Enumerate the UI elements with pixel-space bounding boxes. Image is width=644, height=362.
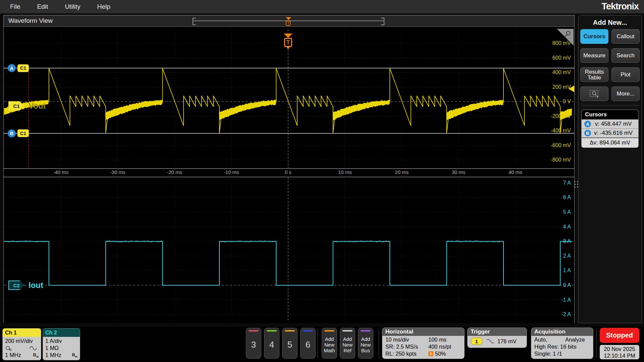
channel2-badge-title[interactable]: Ch 2 <box>43 328 80 337</box>
acquisition-mode: Auto, <box>534 337 565 343</box>
menu-help[interactable]: Help <box>97 3 110 10</box>
horizontal-value: RL: 250 kpts <box>385 351 428 357</box>
callout-button[interactable]: Callout <box>611 29 640 44</box>
channel-number: 3 <box>246 340 261 350</box>
results-table-button[interactable]: Results Table <box>580 67 608 82</box>
channel2-scale: 1 A/div <box>45 338 77 345</box>
channel-number: 6 <box>301 340 315 350</box>
waveform-view-title: Waveform View <box>8 17 53 24</box>
search-button[interactable]: Search <box>611 48 640 63</box>
channel1-flag-label[interactable]: C1 <box>8 101 24 111</box>
footer-divider <box>379 328 379 358</box>
trigger-level-value: 176 mV <box>497 338 517 345</box>
channel-number: 4 <box>264 340 279 350</box>
bandwidth-limit-icon: Bw <box>33 352 39 358</box>
button-color-stripe <box>324 330 334 331</box>
channel-4-button[interactable]: 4 <box>264 328 279 359</box>
record-view-trigger-t-icon[interactable]: T <box>286 21 290 26</box>
panel-splitter-handle[interactable] <box>574 181 578 188</box>
probe-icon <box>5 346 12 351</box>
add-new-math-button[interactable]: AddNewMath <box>322 328 337 359</box>
add-new-title: Add New... <box>578 19 642 26</box>
channel2-flag[interactable]: C2 Iout <box>8 281 43 290</box>
trigger-position-icon: T <box>428 351 433 356</box>
measure-button[interactable]: Measure <box>580 48 608 63</box>
sine-coupling-icon <box>29 346 37 351</box>
cursor-b-badge[interactable]: B C1 <box>8 129 29 137</box>
channel2-impedance: 1 MΩ <box>45 345 77 352</box>
channel-color-stripe <box>249 330 259 331</box>
button-color-stripe <box>361 330 371 331</box>
cursors-readout-panel[interactable]: Cursors Av: 458.447 mVBv: -435.616 mV Δv… <box>581 110 639 148</box>
channel1-badge-title[interactable]: Ch 1 <box>3 328 41 337</box>
channel-3-button[interactable]: 3 <box>246 328 261 359</box>
waveform-titlebar: Waveform View T <box>4 15 574 27</box>
trigger-level-arrow-icon[interactable] <box>569 85 574 92</box>
button-color-stripe <box>342 330 353 331</box>
horizontal-value: SR: 2.5 MS/s <box>385 344 428 350</box>
cursor-a-letter: A <box>8 64 16 72</box>
cursor-a-icon: A <box>584 121 591 127</box>
channel2-flag-label[interactable]: C2 <box>8 281 24 290</box>
record-view-left-bracket <box>193 18 196 25</box>
waveform-panel: Waveform View T 800 mV600 mV400 mV200 mV… <box>3 15 575 323</box>
run-stop-button[interactable]: Stopped <box>600 328 639 343</box>
time-text: 12:10:14 PM <box>600 352 639 359</box>
zoom-select-icon <box>589 89 600 99</box>
button-label: AddNewBus <box>358 336 373 353</box>
footer-divider <box>318 328 318 358</box>
horizontal-title: Horizontal <box>382 328 464 336</box>
record-view-trigger-arrow-icon[interactable] <box>286 17 291 20</box>
zoom-select-button[interactable] <box>580 86 608 101</box>
cursor-a-badge[interactable]: A C1 <box>8 64 29 72</box>
record-view-right-bracket <box>381 18 384 25</box>
cursor-a-row: Av: 458.447 mV <box>582 120 638 128</box>
channel1-badge[interactable]: Ch 1 200 mV/div 1 MHz Bw <box>3 328 41 360</box>
plot-button[interactable]: Plot <box>611 67 640 82</box>
channel-5-button[interactable]: 5 <box>282 328 298 359</box>
add-new-bus-button[interactable]: AddNewBus <box>358 328 373 359</box>
channel1-scale: 200 mV/div <box>5 338 39 345</box>
add-new-buttons: CursorsCalloutMeasureSearchResults Table… <box>578 29 642 101</box>
horizontal-row-2: SR: 2.5 MS/s400 ns/pt <box>385 343 461 350</box>
menu-utility[interactable]: Utility <box>65 3 80 10</box>
cursor-b-letter: B <box>8 129 16 137</box>
cursors-button[interactable]: Cursors <box>580 29 608 44</box>
trigger-source-badge[interactable]: 1 <box>471 338 483 345</box>
channel2-badge[interactable]: Ch 2 1 A/div 1 MΩ 1 MHz Bw <box>43 328 80 360</box>
menu-edit[interactable]: Edit <box>37 3 48 10</box>
oscilloscope-screen: FileEditUtilityHelp Tektronix Waveform V… <box>0 0 644 362</box>
cursor-b-channel-chip: C1 <box>17 129 29 137</box>
channel-color-stripe <box>285 330 295 331</box>
more-button[interactable]: More... <box>611 86 640 101</box>
trigger-t-icon: T <box>284 38 292 47</box>
datetime-display: 20 Nov 2025 12:10:14 PM <box>600 345 639 359</box>
cursor-b-icon: B <box>584 130 591 136</box>
cursor-b-value: v: -435.616 mV <box>591 130 636 136</box>
channel1-flag[interactable]: C1 Vout <box>8 101 46 111</box>
cursors-readout-title: Cursors <box>582 110 638 119</box>
horizontal-value: 50% <box>435 351 446 357</box>
trigger-panel[interactable]: Trigger 1 176 mV <box>468 328 527 348</box>
trigger-t-tail-icon <box>286 47 290 49</box>
footer-divider <box>596 328 597 358</box>
button-label: AddNewMath <box>322 336 337 353</box>
footer-bar: Ch 1 200 mV/div 1 MHz Bw <box>0 327 644 362</box>
acquisition-panel[interactable]: Acquisition Auto,Analyze High Res: 16 bi… <box>531 328 593 359</box>
menu-bar: FileEditUtilityHelp <box>0 0 644 13</box>
horizontal-panel[interactable]: Horizontal 10 ms/div100 msSR: 2.5 MS/s40… <box>382 328 464 359</box>
channel-color-stripe <box>267 330 277 331</box>
sidebar-divider <box>581 105 639 106</box>
graticule[interactable]: 800 mV600 mV400 mV200 mV0 V-200 mV-400 m… <box>4 27 574 323</box>
add-new-ref-button[interactable]: AddNewRef <box>340 328 355 359</box>
waveform-svg <box>4 27 574 323</box>
channel2-waveform-name: Iout <box>29 281 43 290</box>
menu-file[interactable]: File <box>10 3 20 10</box>
channel-number: 5 <box>282 340 297 350</box>
record-view-bar[interactable]: T <box>193 18 384 24</box>
acquisition-single: Single: 1 /1 <box>534 350 590 357</box>
falling-edge-icon <box>486 338 495 344</box>
cursor-a-channel-chip: C1 <box>17 64 29 72</box>
horizontal-row-1: 10 ms/div100 ms <box>385 336 461 343</box>
channel-6-button[interactable]: 6 <box>300 328 316 359</box>
